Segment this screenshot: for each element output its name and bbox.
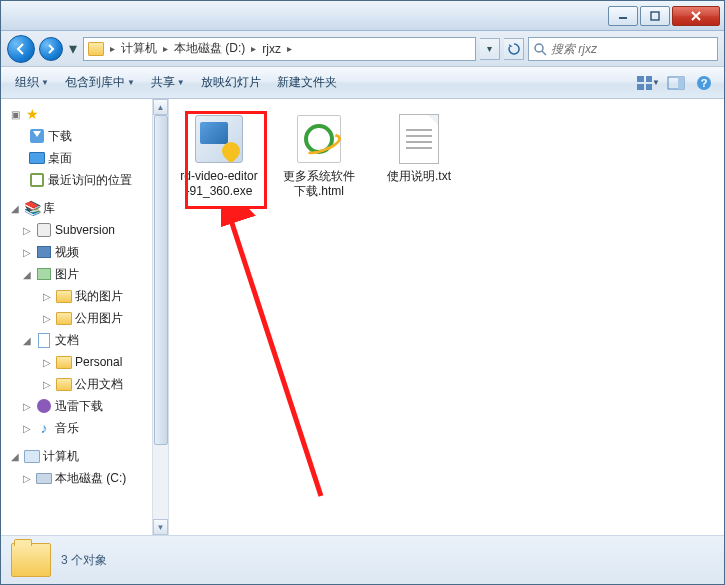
new-folder-button[interactable]: 新建文件夹 [271,70,343,95]
close-button[interactable] [672,6,720,26]
preview-pane-button[interactable] [664,72,688,94]
share-label: 共享 [151,74,175,91]
expand-icon[interactable]: ◢ [9,451,21,462]
tree-label: 我的图片 [75,288,123,305]
tree-label: 图片 [55,266,79,283]
tree-item-computer[interactable]: ◢ 计算机 [1,445,168,467]
scroll-thumb[interactable] [154,115,168,445]
tree-item-subversion[interactable]: ▷ Subversion [1,219,168,241]
tree-item-public-pictures[interactable]: ▷ 公用图片 [1,307,168,329]
subversion-icon [37,223,51,237]
breadcrumb-segment[interactable]: 计算机 [121,40,157,57]
breadcrumb-segment[interactable]: 本地磁盘 (D:) [174,40,245,57]
picture-icon [37,268,51,280]
slideshow-label: 放映幻灯片 [201,74,261,91]
expand-icon[interactable]: ▷ [41,379,53,390]
nav-forward-button[interactable] [39,37,63,61]
slideshow-button[interactable]: 放映幻灯片 [195,70,267,95]
tree-item-pictures[interactable]: ◢ 图片 [1,263,168,285]
file-list[interactable]: rd-video-editor-91_360.exe 更多系统软件下载.html… [169,99,724,535]
tree-label: Personal [75,355,122,369]
svg-rect-1 [651,12,659,20]
download-icon [30,129,44,143]
tree-item-music[interactable]: ▷ ♪ 音乐 [1,417,168,439]
minimize-button[interactable] [608,6,638,26]
search-box[interactable] [528,37,718,61]
address-bar[interactable]: ▸ 计算机 ▸ 本地磁盘 (D:) ▸ rjxz ▸ [83,37,476,61]
tree-item-my-pictures[interactable]: ▷ 我的图片 [1,285,168,307]
expand-icon[interactable]: ▷ [41,291,53,302]
tree-label: 最近访问的位置 [48,172,132,189]
file-label: 更多系统软件下载.html [279,169,359,199]
tree-label: Subversion [55,223,115,237]
organize-menu[interactable]: 组织 ▼ [9,70,55,95]
folder-icon [56,378,72,391]
organize-label: 组织 [15,74,39,91]
tree-label: 音乐 [55,420,79,437]
file-label: 使用说明.txt [387,169,451,184]
tree-item-videos[interactable]: ▷ 视频 [1,241,168,263]
share-menu[interactable]: 共享 ▼ [145,70,191,95]
breadcrumb-segment[interactable]: rjxz [262,42,281,56]
expand-icon[interactable]: ▷ [21,423,33,434]
tree-item-xunlei[interactable]: ▷ 迅雷下载 [1,395,168,417]
chevron-down-icon: ▼ [127,78,135,87]
folder-icon [11,543,51,577]
expand-icon[interactable]: ▷ [41,313,53,324]
maximize-button[interactable] [640,6,670,26]
include-in-library-menu[interactable]: 包含到库中 ▼ [59,70,141,95]
search-input[interactable] [551,42,713,56]
tree-item-downloads[interactable]: 下载 [1,125,168,147]
expand-icon[interactable]: ▷ [21,401,33,412]
explorer-window: ▾ ▸ 计算机 ▸ 本地磁盘 (D:) ▸ rjxz ▸ ▾ 组织 ▼ 包含到库… [0,0,725,585]
file-item-exe[interactable]: rd-video-editor-91_360.exe [179,113,259,199]
folder-icon [88,42,104,56]
tree-item-drive-c[interactable]: ▷ 本地磁盘 (C:) [1,467,168,489]
tree-item-favorites[interactable]: ▣ ★ 收藏夹 [1,103,168,125]
chevron-right-icon: ▸ [161,43,170,54]
expand-icon[interactable]: ▷ [21,473,33,484]
nav-history-dropdown[interactable]: ▾ [67,37,79,61]
collapse-icon[interactable]: ◢ [21,335,33,346]
nav-back-button[interactable] [7,35,35,63]
tree-label: 计算机 [43,448,79,465]
tree-label: 文档 [55,332,79,349]
music-icon: ♪ [36,420,52,436]
expand-icon[interactable]: ◢ [9,203,21,214]
tree-label: 视频 [55,244,79,261]
file-item-html[interactable]: 更多系统软件下载.html [279,113,359,199]
refresh-button[interactable] [504,38,524,60]
scroll-up-button[interactable]: ▲ [153,99,168,115]
status-text: 3 个对象 [61,552,107,569]
favorites-icon: ★ [24,106,40,122]
expand-icon[interactable]: ▷ [21,247,33,258]
computer-icon [24,450,40,463]
tree-label: 下载 [48,128,72,145]
view-options-button[interactable]: ▼ [636,72,660,94]
navigation-pane[interactable]: ▣ ★ 收藏夹 下载 桌面 最近访问的位置 ◢ 📚 库 ▷ [1,99,169,535]
expand-icon[interactable]: ▷ [21,225,33,236]
collapse-icon[interactable]: ◢ [21,269,33,280]
tree-label: 公用文档 [75,376,123,393]
html-icon [297,115,341,163]
recent-icon [30,173,44,187]
address-dropdown[interactable]: ▾ [480,38,500,60]
expand-icon[interactable]: ▷ [41,357,53,368]
tree-item-recent[interactable]: 最近访问的位置 [1,169,168,191]
scroll-down-button[interactable]: ▼ [153,519,168,535]
collapse-icon[interactable]: ▣ [9,109,21,120]
tree-item-libraries[interactable]: ◢ 📚 库 [1,197,168,219]
tree-item-desktop[interactable]: 桌面 [1,147,168,169]
folder-icon [56,290,72,303]
tree-item-personal[interactable]: ▷ Personal [1,351,168,373]
tree-item-documents[interactable]: ◢ 文档 [1,329,168,351]
tree-item-public-documents[interactable]: ▷ 公用文档 [1,373,168,395]
file-item-txt[interactable]: 使用说明.txt [379,113,459,184]
help-button[interactable]: ? [692,72,716,94]
tree-scrollbar[interactable]: ▲ ▼ [152,99,168,535]
tree-label: 桌面 [48,150,72,167]
navbar: ▾ ▸ 计算机 ▸ 本地磁盘 (D:) ▸ rjxz ▸ ▾ [1,31,724,67]
chevron-down-icon: ▼ [177,78,185,87]
include-label: 包含到库中 [65,74,125,91]
exe-icon [195,115,243,163]
